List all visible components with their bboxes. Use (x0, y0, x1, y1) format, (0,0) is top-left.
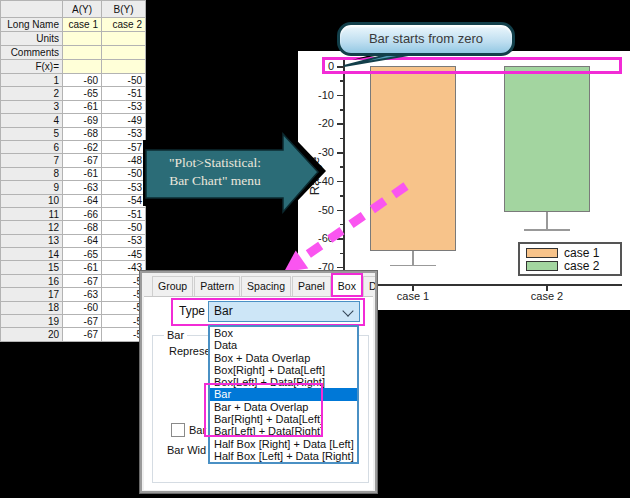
meta-row-label[interactable]: Long Name (1, 18, 63, 32)
tab-group[interactable]: Group (152, 276, 193, 296)
row-index-cell[interactable]: 16 (1, 274, 63, 287)
cell-a[interactable]: -61 (63, 167, 102, 180)
cell-a[interactable]: -67 (63, 274, 102, 287)
cell-a[interactable]: -68 (63, 221, 102, 234)
corner-cell[interactable] (1, 1, 63, 18)
cell-b[interactable]: -50 (102, 167, 146, 180)
column-header-a[interactable]: A(Y) (63, 1, 102, 18)
cell-a[interactable]: -64 (63, 194, 102, 207)
worksheet-window[interactable]: A(Y) B(Y) Long Name case 1 case 2 Units (0, 0, 145, 342)
cell-a[interactable]: -61 (63, 261, 102, 274)
cell-a[interactable]: -60 (63, 74, 102, 87)
cell-b[interactable]: -5 (102, 274, 146, 287)
cell-b[interactable]: -5 (102, 288, 146, 301)
meta-cell-a[interactable] (63, 46, 102, 60)
meta-cell-b[interactable] (102, 32, 146, 46)
row-index-cell[interactable]: 7 (1, 154, 63, 167)
meta-cell-b[interactable] (102, 60, 146, 74)
cell-a[interactable]: -63 (63, 288, 102, 301)
plot-details-dialog[interactable]: Group Pattern Spacing Panel Box Distri T… (140, 271, 377, 493)
row-index-cell[interactable]: 9 (1, 181, 63, 194)
row-index-cell[interactable]: 6 (1, 140, 63, 153)
row-index-cell[interactable]: 1 (1, 74, 63, 87)
dropdown-item[interactable]: Box[Left] + Data[Right] (210, 376, 357, 388)
dropdown-item[interactable]: Half Box [Right] + Data [Left] (210, 438, 357, 450)
row-index-cell[interactable]: 10 (1, 194, 63, 207)
meta-cell-a[interactable] (63, 32, 102, 46)
row-index-cell[interactable]: 11 (1, 207, 63, 220)
dropdown-item[interactable]: Half Box [Left] + Data [Right] (210, 450, 357, 462)
cell-a[interactable]: -68 (63, 127, 102, 140)
bar-case2[interactable] (504, 66, 590, 212)
dropdown-item[interactable]: Bar[Right] + Data[Left] (210, 413, 357, 425)
cell-b[interactable]: -51 (102, 207, 146, 220)
row-index-cell[interactable]: 13 (1, 234, 63, 247)
row-index-cell[interactable]: 3 (1, 100, 63, 113)
row-index-cell[interactable]: 15 (1, 261, 63, 274)
row-index-cell[interactable]: 19 (1, 315, 63, 328)
tab-spacing[interactable]: Spacing (241, 276, 291, 296)
meta-row-label[interactable]: Units (1, 32, 63, 46)
dropdown-item[interactable]: Box + Data Overlap (210, 352, 357, 364)
meta-cell-a[interactable] (63, 60, 102, 74)
meta-cell-b[interactable]: case 2 (102, 18, 146, 32)
cell-b[interactable]: -43 (102, 261, 146, 274)
row-index-cell[interactable]: 17 (1, 288, 63, 301)
dropdown-item[interactable]: Bar + Data Overlap (210, 401, 357, 413)
type-combobox[interactable]: Bar (208, 301, 360, 322)
cell-b[interactable]: -53 (102, 127, 146, 140)
cell-a[interactable]: -60 (63, 301, 102, 314)
tab-distribution[interactable]: Distri (363, 276, 377, 296)
meta-cell-b[interactable] (102, 46, 146, 60)
cell-a[interactable]: -67 (63, 328, 102, 341)
cell-b[interactable]: -57 (102, 140, 146, 153)
tab-panel[interactable]: Panel (292, 276, 331, 296)
dropdown-item[interactable]: Bar (210, 388, 357, 400)
cell-b[interactable]: -53 (102, 181, 146, 194)
cell-a[interactable]: -65 (63, 87, 102, 100)
bar-checkbox[interactable] (171, 423, 185, 437)
cell-a[interactable]: -67 (63, 154, 102, 167)
row-index-cell[interactable]: 4 (1, 114, 63, 127)
chevron-down-icon[interactable] (342, 305, 353, 316)
cell-b[interactable]: -5 (102, 328, 146, 341)
column-header-b[interactable]: B(Y) (102, 1, 146, 18)
dropdown-item[interactable]: Box (210, 327, 357, 339)
bar-case1[interactable] (370, 66, 456, 251)
row-index-cell[interactable]: 8 (1, 167, 63, 180)
cell-b[interactable]: -53 (102, 234, 146, 247)
cell-b[interactable]: -5 (102, 301, 146, 314)
cell-a[interactable]: -63 (63, 181, 102, 194)
cell-a[interactable]: -62 (63, 140, 102, 153)
row-index-cell[interactable]: 18 (1, 301, 63, 314)
legend[interactable]: case 1 case 2 (518, 242, 622, 276)
cell-b[interactable]: -5 (102, 315, 146, 328)
cell-b[interactable]: -50 (102, 74, 146, 87)
row-index-cell[interactable]: 12 (1, 221, 63, 234)
row-index-cell[interactable]: 2 (1, 87, 63, 100)
cell-b[interactable]: -49 (102, 114, 146, 127)
meta-row-label[interactable]: F(x)= (1, 60, 63, 74)
meta-row-label[interactable]: Comments (1, 46, 63, 60)
dropdown-item[interactable]: Bar[Left] + Data[Right] (210, 425, 357, 437)
row-index-cell[interactable]: 20 (1, 328, 63, 341)
cell-a[interactable]: -66 (63, 207, 102, 220)
dropdown-item[interactable]: Box[Right] + Data[Left] (210, 364, 357, 376)
type-dropdown-list[interactable]: Box Data Box + Data Overlap Box[Right] +… (208, 325, 359, 464)
tab-box[interactable]: Box (332, 274, 362, 296)
cell-a[interactable]: -69 (63, 114, 102, 127)
cell-b[interactable]: -54 (102, 194, 146, 207)
cell-a[interactable]: -64 (63, 234, 102, 247)
meta-cell-a[interactable]: case 1 (63, 18, 102, 32)
row-index-cell[interactable]: 14 (1, 248, 63, 261)
cell-b[interactable]: -53 (102, 100, 146, 113)
cell-b[interactable]: -45 (102, 248, 146, 261)
cell-a[interactable]: -67 (63, 315, 102, 328)
dropdown-item[interactable]: Data (210, 339, 357, 351)
tab-pattern[interactable]: Pattern (194, 276, 240, 296)
cell-b[interactable]: -50 (102, 221, 146, 234)
cell-b[interactable]: -48 (102, 154, 146, 167)
row-index-cell[interactable]: 5 (1, 127, 63, 140)
cell-b[interactable]: -51 (102, 87, 146, 100)
cell-a[interactable]: -65 (63, 248, 102, 261)
